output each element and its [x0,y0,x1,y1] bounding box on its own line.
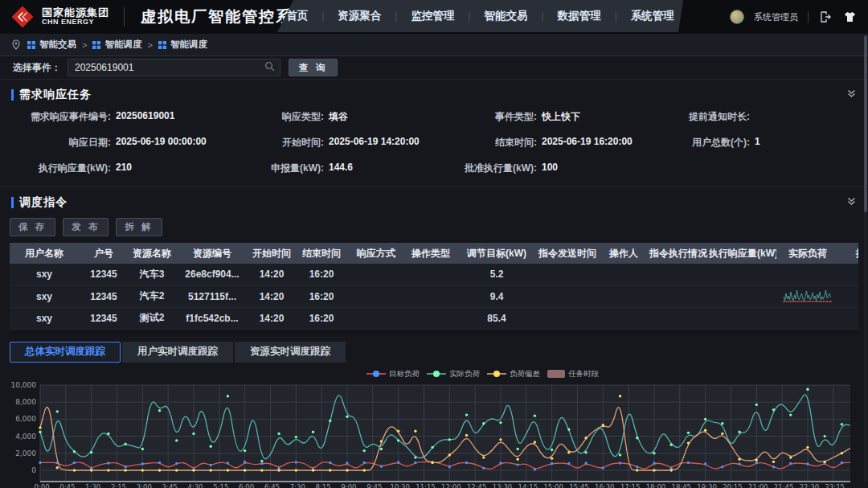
theme-skin-icon[interactable] [842,10,857,24]
page-vertical-scrollbar[interactable] [864,35,867,482]
nav-item-6[interactable]: 系统管理 [617,9,688,23]
actual-load-sparkline [780,286,835,305]
avatar[interactable] [730,10,744,24]
user-name: 系统管理员 [754,11,798,23]
dispatch-tracking-chart: 02,0004,0006,0008,00010,0000:000:451:302… [10,366,858,488]
breadcrumb-item-3[interactable]: 智能调度 [158,39,207,51]
collapse-dispatch-icon[interactable] [846,196,857,209]
dispatch-table-wrap: 用户名称户号资源名称资源编号开始时间结束时间响应方式操作类型调节目标(kW)指令… [10,243,858,330]
nav-item-2[interactable]: 资源聚合 [324,9,395,23]
field-label [647,162,750,175]
publish-button[interactable]: 发 布 [63,218,108,236]
logout-icon[interactable] [818,10,833,24]
table-cell [839,285,858,307]
table-cell [709,285,776,307]
table-horizontal-scrollbar[interactable] [10,330,858,335]
dispatch-section-header: 调度指令 [0,191,868,215]
task-section-title: 需求响应任务 [19,88,92,102]
table-cell: 16:20 [294,307,349,329]
svg-text:0: 0 [31,466,36,474]
table-row[interactable]: sxy12345测试2f1fc542cb...14:2016:2085.4 [10,307,858,329]
tracking-tabs: 总体实时调度跟踪用户实时调度跟踪资源实时调度跟踪 [10,342,858,363]
table-cell: 12345 [79,307,129,329]
column-header: 响应方式 [349,243,403,264]
table-cell: sxy [10,307,79,329]
legend-item[interactable]: 负荷偏差 [487,369,541,378]
svg-text:10:30: 10:30 [390,483,410,488]
svg-text:4:30: 4:30 [187,483,203,488]
line-chart[interactable]: 02,0004,0006,0008,00010,0000:000:451:302… [10,366,858,488]
save-button[interactable]: 保 存 [10,218,55,236]
column-header: 结束时间 [294,243,349,264]
location-pin-icon [11,39,21,50]
task-field-11: 批准执行量(kW):100 [434,162,647,175]
disassemble-button[interactable]: 拆 解 [116,218,162,236]
table-cell: 14:20 [249,307,294,329]
tab-2[interactable]: 用户实时调度跟踪 [122,342,233,363]
column-header: 资源名称 [129,243,175,264]
table-cell [349,307,403,329]
svg-text:3:45: 3:45 [162,483,178,488]
dispatch-toolbar: 保 存发 布拆 解 [0,215,868,243]
svg-text:1:30: 1:30 [85,483,100,488]
svg-text:9:00: 9:00 [341,483,356,488]
table-cell [600,264,648,285]
table-row[interactable]: sxy12345汽车25127115f...14:2016:209.4 [10,285,858,307]
task-field-6: 开始时间:2025-06-19 14:20:00 [221,136,434,150]
legend-item[interactable]: 任务时段 [547,369,600,378]
table-cell [535,264,600,285]
table-cell [403,285,458,307]
nav-item-5[interactable]: 数据管理 [544,9,615,23]
column-header: 操作人 [600,243,648,264]
breadcrumb-item-1[interactable]: 智能交易 [27,39,76,51]
table-cell: 9.4 [458,285,535,307]
query-button[interactable]: 查 询 [289,59,338,76]
field-label: 批准执行量(kW): [434,162,537,175]
nav-item-4[interactable]: 智能交易 [471,9,542,23]
task-field-5: 响应日期:2025-06-19 00:00:00 [8,136,221,150]
column-header: 用户名称 [10,243,79,264]
table-cell [709,307,776,329]
nav-item-3[interactable]: 监控管理 [397,9,468,23]
svg-text:12:45: 12:45 [467,483,487,488]
table-cell: 12345 [79,285,129,307]
field-value: 填谷 [329,110,348,124]
table-cell: 16:20 [294,264,349,285]
legend-item[interactable]: 实际负荷 [427,369,481,378]
table-cell [709,264,776,285]
svg-text:任务时段: 任务时段 [568,369,600,378]
task-field-3: 事件类型:快上快下 [434,110,647,124]
header-user-area: 系统管理员 [730,0,857,34]
table-cell: 14:20 [249,285,294,307]
collapse-task-icon[interactable] [846,88,857,101]
table-cell [349,285,403,307]
table-row[interactable]: sxy12345汽车326e8cf904...14:2016:205.2 [10,264,858,285]
task-fields: 需求响应事件编号:20250619001响应类型:填谷事件类型:快上快下提前通知… [0,107,868,187]
event-search-input[interactable] [68,62,264,73]
field-value: 20250619001 [116,110,174,124]
svg-text:18:45: 18:45 [672,483,692,488]
tab-1[interactable]: 总体实时调度跟踪 [10,342,121,363]
select-event-label: 选择事件： [13,61,61,75]
main-nav: 首页|资源聚合|监控管理|智能交易|数据管理|系统管理 [277,0,683,32]
brand-org-cn: 国家能源集团 [42,7,109,18]
svg-text:13:30: 13:30 [493,483,513,488]
svg-text:22:30: 22:30 [800,483,820,488]
table-cell [776,264,839,285]
svg-text:18:00: 18:00 [646,483,666,488]
breadcrumb-item-2[interactable]: 智能调度 [92,39,141,51]
field-value: 144.6 [329,162,353,175]
svg-text:23:15: 23:15 [825,483,845,488]
table-cell: 85.4 [458,307,535,329]
table-cell: 测试2 [129,307,175,329]
tab-3[interactable]: 资源实时调度跟踪 [235,342,346,363]
task-field-9: 执行响应量(kW):210 [8,162,221,175]
field-label: 需求响应事件编号: [8,110,111,124]
svg-text:3:00: 3:00 [137,483,152,488]
legend-item[interactable]: 目标负荷 [366,369,420,378]
event-search-box [68,59,280,76]
svg-text:实际负荷: 实际负荷 [449,369,481,378]
brand-org-en: CHN ENERGY [42,18,109,26]
search-icon[interactable] [264,61,275,74]
svg-text:14:15: 14:15 [518,483,538,488]
